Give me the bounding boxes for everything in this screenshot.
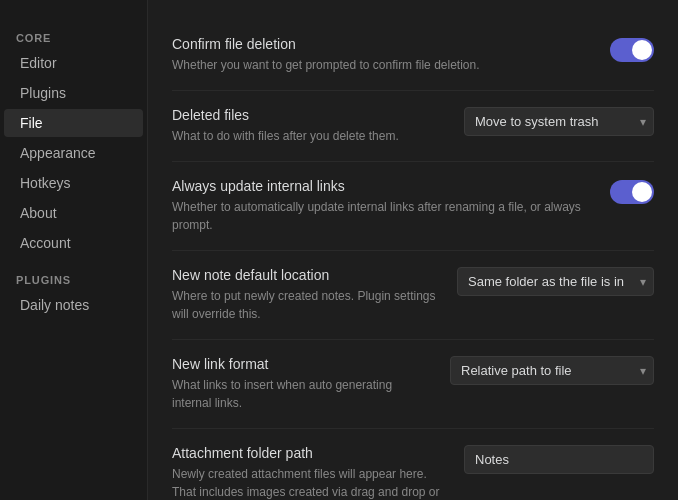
- settings-control-attachment-folder-path: [464, 445, 654, 474]
- settings-title-attachment-folder-path: Attachment folder path: [172, 445, 448, 461]
- settings-control-new-note-default-location: Same folder as the file is inRootSpecifi…: [457, 267, 654, 296]
- sidebar-section-label: PLUGINS: [0, 266, 147, 290]
- settings-title-new-link-format: New link format: [172, 356, 434, 372]
- settings-row-attachment-folder-path: Attachment folder pathNewly created atta…: [172, 429, 654, 500]
- settings-row-new-note-default-location: New note default locationWhere to put ne…: [172, 251, 654, 340]
- sidebar-item-daily-notes[interactable]: Daily notes: [4, 291, 143, 319]
- settings-desc-new-note-default-location: Where to put newly created notes. Plugin…: [172, 287, 441, 323]
- settings-row-new-link-format: New link formatWhat links to insert when…: [172, 340, 654, 429]
- settings-text-deleted-files: Deleted filesWhat to do with files after…: [172, 107, 448, 145]
- sidebar-item-about[interactable]: About: [4, 199, 143, 227]
- settings-text-new-link-format: New link formatWhat links to insert when…: [172, 356, 434, 412]
- dropdown-new-link-format[interactable]: Relative path to fileAbsolute path in va…: [450, 356, 654, 385]
- dropdown-wrapper-new-link-format: Relative path to fileAbsolute path in va…: [450, 356, 654, 385]
- dropdown-wrapper-new-note-default-location: Same folder as the file is inRootSpecifi…: [457, 267, 654, 296]
- settings-desc-deleted-files: What to do with files after you delete t…: [172, 127, 448, 145]
- settings-control-confirm-file-deletion: [610, 36, 654, 62]
- settings-text-attachment-folder-path: Attachment folder pathNewly created atta…: [172, 445, 448, 500]
- sidebar-item-file[interactable]: File: [4, 109, 143, 137]
- settings-row-deleted-files: Deleted filesWhat to do with files after…: [172, 91, 654, 162]
- sidebar-item-hotkeys[interactable]: Hotkeys: [4, 169, 143, 197]
- settings-desc-confirm-file-deletion: Whether you want to get prompted to conf…: [172, 56, 594, 74]
- settings-desc-always-update-internal-links: Whether to automatically update internal…: [172, 198, 594, 234]
- sidebar-item-account[interactable]: Account: [4, 229, 143, 257]
- settings-title-confirm-file-deletion: Confirm file deletion: [172, 36, 594, 52]
- sidebar-item-plugins[interactable]: Plugins: [4, 79, 143, 107]
- sidebar-item-editor[interactable]: Editor: [4, 49, 143, 77]
- settings-control-new-link-format: Relative path to fileAbsolute path in va…: [450, 356, 654, 385]
- toggle-always-update-internal-links[interactable]: [610, 180, 654, 204]
- settings-text-confirm-file-deletion: Confirm file deletionWhether you want to…: [172, 36, 594, 74]
- dropdown-wrapper-deleted-files: Move to system trashMove to Obsidian tra…: [464, 107, 654, 136]
- sidebar-item-appearance[interactable]: Appearance: [4, 139, 143, 167]
- settings-row-confirm-file-deletion: Confirm file deletionWhether you want to…: [172, 20, 654, 91]
- settings-control-always-update-internal-links: [610, 178, 654, 204]
- sidebar-section-label: CORE: [0, 24, 147, 48]
- dropdown-deleted-files[interactable]: Move to system trashMove to Obsidian tra…: [464, 107, 654, 136]
- settings-title-deleted-files: Deleted files: [172, 107, 448, 123]
- close-button[interactable]: [642, 12, 666, 36]
- main-content: Confirm file deletionWhether you want to…: [148, 0, 678, 500]
- settings-text-always-update-internal-links: Always update internal linksWhether to a…: [172, 178, 594, 234]
- settings-row-always-update-internal-links: Always update internal linksWhether to a…: [172, 162, 654, 251]
- settings-text-new-note-default-location: New note default locationWhere to put ne…: [172, 267, 441, 323]
- settings-desc-attachment-folder-path: Newly created attachment files will appe…: [172, 465, 448, 500]
- sidebar: COREEditorPluginsFileAppearanceHotkeysAb…: [0, 0, 148, 500]
- settings-desc-new-link-format: What links to insert when auto generatin…: [172, 376, 434, 412]
- settings-control-deleted-files: Move to system trashMove to Obsidian tra…: [464, 107, 654, 136]
- settings-title-new-note-default-location: New note default location: [172, 267, 441, 283]
- dropdown-new-note-default-location[interactable]: Same folder as the file is inRootSpecifi…: [457, 267, 654, 296]
- toggle-confirm-file-deletion[interactable]: [610, 38, 654, 62]
- settings-title-always-update-internal-links: Always update internal links: [172, 178, 594, 194]
- text-input-attachment-folder-path[interactable]: [464, 445, 654, 474]
